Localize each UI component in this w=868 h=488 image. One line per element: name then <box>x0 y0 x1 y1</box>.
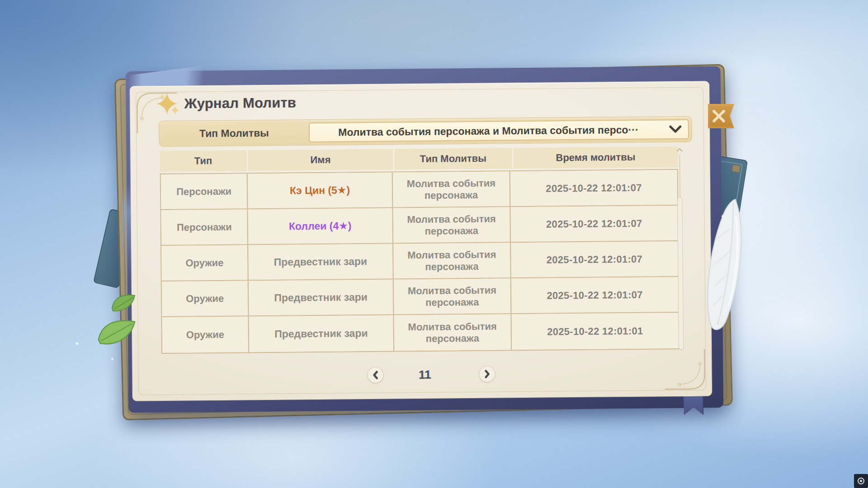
banner-type: Молитва события персонажа <box>399 321 505 345</box>
chevron-right-icon <box>483 369 491 379</box>
wish-time: 2025-10-22 12:01:01 <box>547 325 643 338</box>
cell-wish-time: 2025-10-22 12:01:07 <box>510 170 678 206</box>
leaf-small <box>111 293 137 313</box>
column-header-time: Время молитвы <box>513 146 678 169</box>
wish-history-screen: Журнал Молитв Тип Молитвы Молитва событи… <box>0 0 868 488</box>
cell-banner-type: Молитва события персонажа <box>394 278 512 314</box>
cell-banner-type: Молитва события персонажа <box>393 171 511 207</box>
filter-label: Тип Молитвы <box>160 120 309 146</box>
column-header-type: Тип <box>160 150 246 172</box>
banner-type: Молитва события персонажа <box>398 213 505 237</box>
cell-wish-time: 2025-10-22 12:01:07 <box>511 277 679 313</box>
next-page-button[interactable] <box>479 366 495 382</box>
table-row[interactable]: Оружие Предвестник зари Молитва события … <box>162 277 679 317</box>
sparkle-dot <box>111 357 114 361</box>
record-target-icon <box>858 478 864 484</box>
chevron-up-icon[interactable] <box>675 147 684 153</box>
wish-history-table: Тип Имя Тип Молитвы Время молитвы Персон… <box>160 146 679 354</box>
close-button[interactable] <box>708 104 734 128</box>
page-title: Журнал Молитв <box>184 94 296 112</box>
cell-banner-type: Молитва события персонажа <box>393 243 511 278</box>
scrollbar-thumb[interactable] <box>677 197 684 350</box>
banner-type: Молитва события персонажа <box>399 285 505 309</box>
cell-item-type: Оружие <box>161 245 249 281</box>
column-header-wish-type: Тип Молитвы <box>394 148 512 169</box>
sparkle-dot <box>75 342 79 345</box>
cell-item-type: Оружие <box>162 316 249 353</box>
column-header-name: Имя <box>248 149 393 171</box>
chevron-left-icon <box>372 370 380 380</box>
cell-wish-time: 2025-10-22 12:01:01 <box>511 313 679 350</box>
journal-page: Журнал Молитв Тип Молитвы Молитва событи… <box>130 81 712 401</box>
feather-quill <box>698 196 755 337</box>
cell-item-name: Коллеи (4★) <box>248 208 393 244</box>
table-row[interactable]: Оружие Предвестник зари Молитва события … <box>161 241 678 282</box>
cell-item-name: Предвестник зари <box>249 315 394 352</box>
table-body: Персонажи Кэ Цин (5★) Молитва события пе… <box>160 169 679 354</box>
prev-page-button[interactable] <box>367 367 383 383</box>
wish-type-filter: Тип Молитвы Молитва события персонажа и … <box>160 117 691 146</box>
cell-banner-type: Молитва события персонажа <box>393 207 511 243</box>
corner-ornament-bottom-right <box>663 347 707 391</box>
table-row[interactable]: Персонажи Кэ Цин (5★) Молитва события пе… <box>161 170 678 210</box>
banner-type: Молитва события персонажа <box>399 249 505 273</box>
wish-time: 2025-10-22 12:01:07 <box>546 217 642 230</box>
cell-banner-type: Молитва события персонажа <box>394 314 512 351</box>
banner-type: Молитва события персонажа <box>398 178 504 202</box>
table-row[interactable]: Оружие Предвестник зари Молитва события … <box>162 313 679 353</box>
close-x-icon <box>712 110 726 122</box>
sparkle-icon <box>156 92 181 117</box>
leaf-large <box>98 317 137 347</box>
item-name: Коллеи (4★) <box>289 220 352 232</box>
journal-book-cover: Журнал Молитв Тип Молитвы Молитва событи… <box>126 66 724 413</box>
item-name: Предвестник зари <box>274 291 368 304</box>
table-row[interactable]: Персонажи Коллеи (4★) Молитва события пе… <box>161 206 678 246</box>
wish-time: 2025-10-22 12:01:07 <box>547 253 643 266</box>
cell-item-type: Персонажи <box>161 209 248 245</box>
current-page-number: 11 <box>403 366 446 383</box>
wish-type-dropdown[interactable]: Молитва события персонажа и Молитва собы… <box>309 119 689 142</box>
overlay-settings-button[interactable] <box>854 474 868 488</box>
item-name: Предвестник зари <box>274 327 368 340</box>
cell-item-name: Предвестник зари <box>248 244 394 280</box>
wish-time: 2025-10-22 12:01:07 <box>547 289 643 301</box>
cell-item-name: Кэ Цин (5★) <box>248 173 393 209</box>
cell-item-type: Оружие <box>162 281 249 316</box>
wish-time: 2025-10-22 12:01:07 <box>546 182 642 194</box>
table-header-row: Тип Имя Тип Молитвы Время молитвы <box>160 146 678 172</box>
cell-wish-time: 2025-10-22 12:01:07 <box>510 206 678 242</box>
item-name: Предвестник зари <box>274 255 368 268</box>
cell-item-type: Персонажи <box>161 174 248 209</box>
chevron-down-icon <box>669 125 682 134</box>
dropdown-selected-value: Молитва события персонажа и Молитва собы… <box>338 123 659 138</box>
cell-item-name: Предвестник зари <box>249 280 394 316</box>
cell-wish-time: 2025-10-22 12:01:07 <box>511 241 678 277</box>
item-name: Кэ Цин (5★) <box>290 184 350 197</box>
